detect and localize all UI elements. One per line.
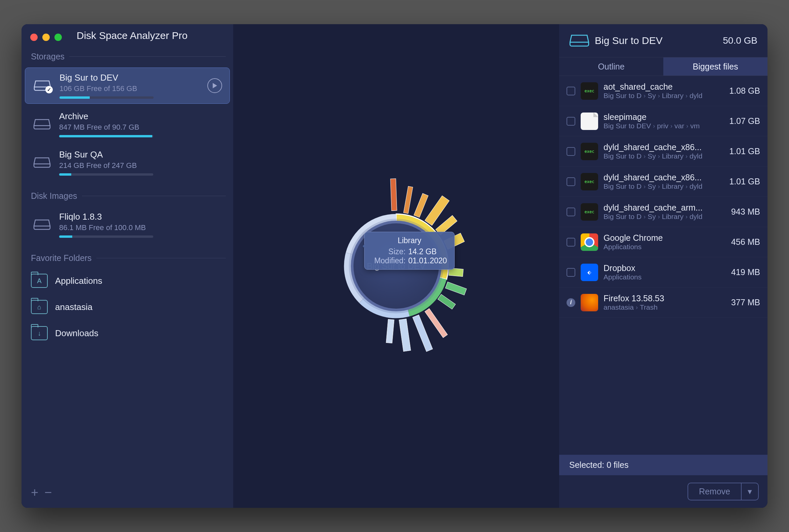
tabs: Outline Biggest files	[559, 57, 768, 76]
storage-item[interactable]: Archive 847 MB Free of 90.7 GB	[25, 107, 230, 142]
storage-item-selected[interactable]: ✓ Big Sur to DEV 106 GB Free of 156 GB	[25, 68, 230, 104]
window-controls	[21, 29, 62, 42]
storage-name: Archive	[59, 111, 223, 121]
storage-name: Big Sur QA	[59, 150, 223, 160]
svg-rect-12	[438, 294, 456, 309]
file-name: dyld_shared_cache_x86...	[603, 173, 724, 183]
chevron-down-icon[interactable]: ▾	[741, 483, 758, 500]
file-row[interactable]: iFirefox 13.58.53anastasia›Trash377 MB	[559, 287, 768, 318]
svg-rect-11	[445, 282, 466, 295]
file-meta: dyld_shared_cache_x86...Big Sur to D›Sy›…	[603, 173, 724, 190]
tab-outline[interactable]: Outline	[559, 57, 663, 76]
tooltip-size-label: Size:	[372, 247, 406, 256]
checkbox[interactable]	[566, 117, 575, 126]
file-list[interactable]: execaot_shared_cacheBig Sur to D›Sy›Libr…	[559, 76, 768, 455]
svg-rect-13	[425, 308, 448, 338]
checkbox[interactable]	[566, 268, 575, 277]
favorite-label: anastasia	[55, 302, 92, 312]
bottom-bar: Remove ▾	[559, 475, 768, 508]
drive-title: Big Sur to DEV	[595, 35, 717, 46]
file-path: Big Sur to D›Sy›Library›dyld	[603, 213, 726, 221]
svg-rect-6	[414, 193, 429, 217]
file-row[interactable]: execdyld_shared_cache_x86...Big Sur to D…	[559, 167, 768, 197]
storage-meta: Archive 847 MB Free of 90.7 GB	[59, 111, 223, 137]
storage-bar	[59, 96, 154, 99]
file-name: dyld_shared_cache_x86...	[603, 142, 724, 152]
file-icon: ⬖	[581, 264, 598, 281]
file-name: Dropbox	[603, 263, 726, 273]
file-size: 377 MB	[731, 298, 760, 307]
file-path: Big Sur to D›Sy›Library›dyld	[603, 92, 724, 100]
file-row[interactable]: execaot_shared_cacheBig Sur to D›Sy›Libr…	[559, 76, 768, 106]
right-header: Big Sur to DEV 50.0 GB	[559, 24, 768, 57]
fullscreen-window-button[interactable]	[54, 34, 62, 41]
file-size: 1.08 GB	[729, 86, 760, 96]
app-window: Disk Space Analyzer Pro Storages ✓ Big S…	[21, 24, 768, 508]
remove-label: Remove	[688, 483, 741, 500]
checkbox[interactable]	[566, 177, 575, 186]
file-icon	[581, 233, 598, 251]
svg-rect-16	[386, 319, 394, 343]
storage-bar	[59, 135, 153, 137]
tooltip-size-value: 14.2 GB	[408, 247, 436, 256]
storage-name: Fliqlo 1.8.3	[59, 212, 223, 222]
tooltip-modified-value: 01.01.2020	[408, 256, 447, 265]
file-icon	[581, 113, 598, 130]
add-button[interactable]: +	[31, 485, 38, 500]
tab-biggest-files[interactable]: Biggest files	[663, 57, 768, 76]
divider	[69, 56, 226, 57]
tooltip: Library Size: 14.2 GB Modified: 01.01.20…	[364, 232, 455, 270]
file-meta: aot_shared_cacheBig Sur to D›Sy›Library›…	[603, 82, 724, 100]
file-row[interactable]: execdyld_shared_cache_x86...Big Sur to D…	[559, 136, 768, 167]
selected-bar: Selected: 0 files	[559, 455, 768, 475]
storage-bar-fill	[59, 135, 152, 137]
favorite-folder-downloads[interactable]: ↓ Downloads	[21, 320, 233, 346]
storage-bar-fill	[59, 96, 90, 99]
info-icon[interactable]: i	[566, 298, 575, 307]
drive-icon	[32, 118, 52, 131]
checkbox[interactable]	[566, 87, 575, 95]
section-storages: Storages	[21, 42, 233, 66]
folder-icon: ↓	[31, 326, 48, 340]
file-path: Big Sur to D›Sy›Library›dyld	[603, 183, 724, 190]
file-row[interactable]: ⬖DropboxApplications419 MB	[559, 257, 768, 287]
file-row[interactable]: Google ChromeApplications456 MB	[559, 227, 768, 257]
file-icon	[581, 294, 598, 311]
tooltip-modified-label: Modified:	[372, 256, 406, 265]
svg-rect-4	[391, 179, 397, 211]
file-name: aot_shared_cache	[603, 82, 724, 92]
drive-size: 50.0 GB	[723, 35, 757, 46]
storage-bar	[59, 173, 153, 176]
file-meta: dyld_shared_cache_x86...Big Sur to D›Sy›…	[603, 142, 724, 160]
favorite-folder-applications[interactable]: A Applications	[21, 268, 233, 294]
file-size: 1.01 GB	[729, 177, 760, 186]
favorite-label: Downloads	[55, 328, 98, 339]
storage-item[interactable]: Big Sur QA 214 GB Free of 247 GB	[25, 145, 230, 180]
file-meta: sleepimageBig Sur to DEV›priv›var›vm	[603, 112, 724, 130]
checkbox[interactable]	[566, 208, 575, 216]
storage-bar-fill	[59, 235, 72, 238]
app-title: Disk Space Analyzer Pro	[77, 30, 233, 41]
remove-button[interactable]: −	[44, 485, 52, 500]
drive-icon: ✓	[33, 79, 52, 92]
drive-icon	[32, 156, 52, 169]
file-row[interactable]: execdyld_shared_cache_arm...Big Sur to D…	[559, 197, 768, 227]
folder-icon: A	[31, 274, 48, 288]
svg-rect-5	[403, 186, 413, 214]
scan-button[interactable]	[207, 78, 222, 93]
file-icon: exec	[581, 173, 598, 190]
checkbox[interactable]	[566, 147, 575, 156]
remove-button[interactable]: Remove ▾	[688, 482, 759, 500]
file-path: Applications	[603, 243, 726, 251]
file-name: Firefox 13.58.53	[603, 293, 726, 303]
minimize-window-button[interactable]	[42, 34, 50, 41]
close-window-button[interactable]	[30, 34, 38, 41]
checkbox[interactable]	[566, 238, 575, 247]
disk-image-item[interactable]: Fliqlo 1.8.3 86.1 MB Free of 100.0 MB	[25, 207, 230, 243]
file-row[interactable]: sleepimageBig Sur to DEV›priv›var›vm1.07…	[559, 106, 768, 136]
favorite-folder-home[interactable]: ⌂ anastasia	[21, 294, 233, 320]
storage-free: 106 GB Free of 156 GB	[59, 84, 200, 93]
storage-meta: Big Sur QA 214 GB Free of 247 GB	[59, 150, 223, 176]
file-icon: exec	[581, 82, 598, 100]
file-meta: Firefox 13.58.53anastasia›Trash	[603, 293, 726, 311]
